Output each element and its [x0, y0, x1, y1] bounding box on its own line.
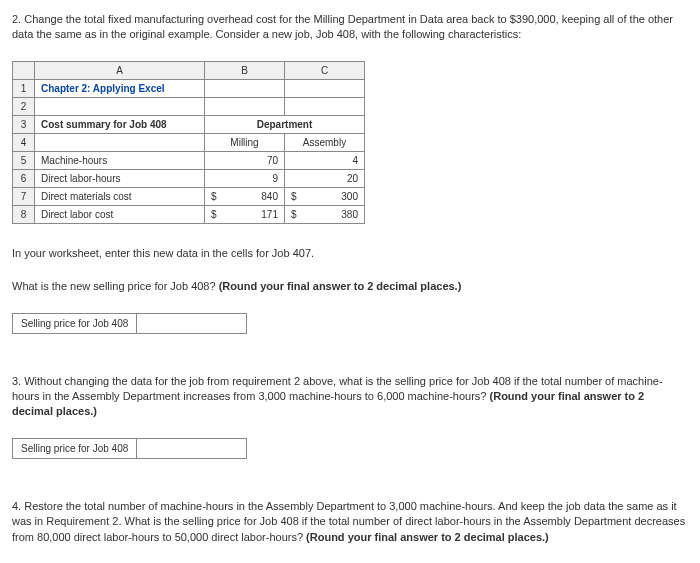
corner-cell — [13, 61, 35, 79]
cell — [285, 97, 365, 115]
dlh-milling: 9 — [205, 169, 285, 187]
q3-answer-row: Selling price for Job 408 — [12, 438, 688, 459]
row-num: 8 — [13, 205, 35, 223]
question-3-text: 3. Without changing the data for the job… — [12, 374, 688, 420]
department-header: Department — [205, 115, 365, 133]
row-num: 3 — [13, 115, 35, 133]
cell — [205, 97, 285, 115]
direct-labor-hours-label: Direct labor-hours — [35, 169, 205, 187]
q2-answer-input[interactable] — [137, 313, 247, 334]
q2-instruction-2: What is the new selling price for Job 40… — [12, 279, 688, 294]
q3-answer-input[interactable] — [137, 438, 247, 459]
row-num: 5 — [13, 151, 35, 169]
rounding-note: (Round your final answer to 2 decimal pl… — [219, 280, 462, 292]
cell — [35, 97, 205, 115]
row-num: 6 — [13, 169, 35, 187]
cell — [285, 79, 365, 97]
mh-milling: 70 — [205, 151, 285, 169]
chapter-link[interactable]: Chapter 2: Applying Excel — [35, 79, 205, 97]
rounding-note: (Round your final answer to 2 decimal pl… — [306, 531, 549, 543]
dlh-assembly: 20 — [285, 169, 365, 187]
direct-labor-cost-label: Direct labor cost — [35, 205, 205, 223]
col-header-b: B — [205, 61, 285, 79]
q2-answer-row: Selling price for Job 408 — [12, 313, 688, 334]
q2-instruction-1: In your worksheet, enter this new data i… — [12, 246, 688, 261]
dmc-assembly: $300 — [285, 187, 365, 205]
cell — [205, 79, 285, 97]
q2-answer-label: Selling price for Job 408 — [12, 313, 137, 334]
row-num: 1 — [13, 79, 35, 97]
dlc-assembly: $380 — [285, 205, 365, 223]
question-4-text: 4. Restore the total number of machine-h… — [12, 499, 688, 545]
col-header-a: A — [35, 61, 205, 79]
milling-header: Milling — [205, 133, 285, 151]
direct-materials-cost-label: Direct materials cost — [35, 187, 205, 205]
question-2-text: 2. Change the total fixed manufacturing … — [12, 12, 688, 43]
row-num: 2 — [13, 97, 35, 115]
q2-prompt: What is the new selling price for Job 40… — [12, 280, 219, 292]
col-header-c: C — [285, 61, 365, 79]
cell — [35, 133, 205, 151]
dlc-milling: $171 — [205, 205, 285, 223]
mh-assembly: 4 — [285, 151, 365, 169]
dmc-milling: $840 — [205, 187, 285, 205]
q3-answer-label: Selling price for Job 408 — [12, 438, 137, 459]
assembly-header: Assembly — [285, 133, 365, 151]
job-408-table: A B C 1 Chapter 2: Applying Excel 2 3 Co… — [12, 61, 365, 224]
machine-hours-label: Machine-hours — [35, 151, 205, 169]
row-num: 7 — [13, 187, 35, 205]
row-num: 4 — [13, 133, 35, 151]
cost-summary-label: Cost summary for Job 408 — [35, 115, 205, 133]
